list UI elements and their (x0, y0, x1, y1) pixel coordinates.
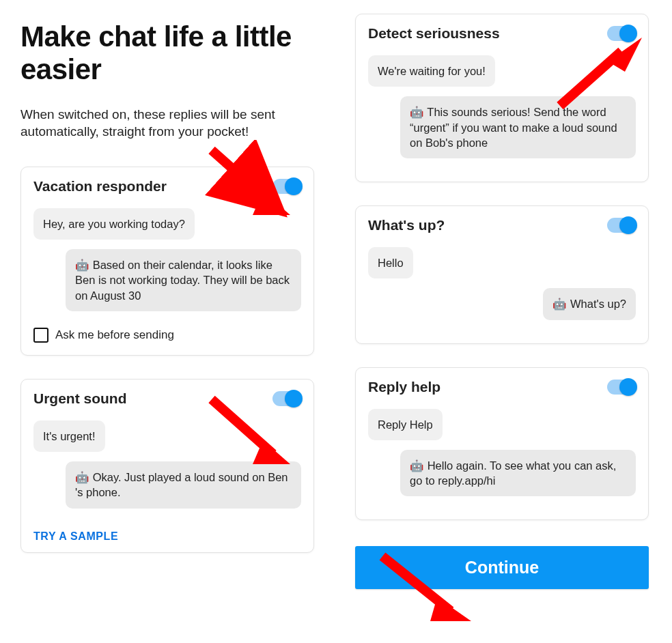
chat-bubble-reply: 🤖 What's up? (543, 288, 636, 319)
chat-bubble-incoming: Hey, are you working today? (33, 208, 195, 240)
chat-bubble-incoming: Reply Help (368, 409, 443, 440)
card-whats-up: What's up? Hello 🤖 What's up? (355, 205, 649, 344)
chat-bubble-reply: 🤖 Based on their calendar, it looks like… (66, 249, 301, 311)
toggle-vacation[interactable] (272, 179, 301, 194)
card-title-urgent: Urgent sound (33, 390, 127, 407)
card-reply-help: Reply help Reply Help 🤖 Hello again. To … (355, 367, 649, 521)
card-urgent-sound: Urgent sound It's urgent! 🤖 Okay. Just p… (20, 379, 314, 553)
checkbox-ask-before-sending[interactable] (33, 328, 48, 343)
card-detect-seriousness: Detect seriousness We're waiting for you… (355, 14, 649, 182)
page-subtitle: When switched on, these replies will be … (20, 106, 314, 141)
toggle-seriousness[interactable] (607, 26, 636, 41)
svg-marker-8 (430, 597, 471, 621)
card-title-vacation: Vacation responder (33, 178, 167, 195)
checkbox-label: Ask me before sending (55, 328, 174, 342)
chat-bubble-incoming: It's urgent! (33, 420, 105, 452)
try-sample-link[interactable]: TRY A SAMPLE (33, 530, 118, 543)
toggle-replyhelp[interactable] (607, 380, 636, 395)
chat-bubble-reply: 🤖 Okay. Just played a loud sound on Ben … (66, 461, 301, 509)
card-title-seriousness: Detect seriousness (368, 25, 500, 42)
chat-bubble-incoming: Hello (368, 247, 413, 278)
card-vacation-responder: Vacation responder Hey, are you working … (20, 167, 314, 356)
chat-bubble-incoming: We're waiting for you! (368, 55, 495, 87)
chat-bubble-reply: 🤖 Hello again. To see what you can ask, … (400, 450, 636, 497)
left-column: Make chat life a little easier When swit… (20, 14, 314, 589)
card-title-replyhelp: Reply help (368, 379, 440, 395)
chat-bubble-reply: 🤖 This sounds serious! Send the word “ur… (400, 96, 636, 158)
continue-button[interactable]: Continue (355, 546, 649, 589)
page-title: Make chat life a little easier (20, 20, 314, 87)
card-title-whatsup: What's up? (368, 217, 445, 233)
toggle-urgent[interactable] (272, 391, 301, 406)
right-column: Detect seriousness We're waiting for you… (355, 14, 649, 589)
toggle-whatsup[interactable] (607, 218, 636, 233)
